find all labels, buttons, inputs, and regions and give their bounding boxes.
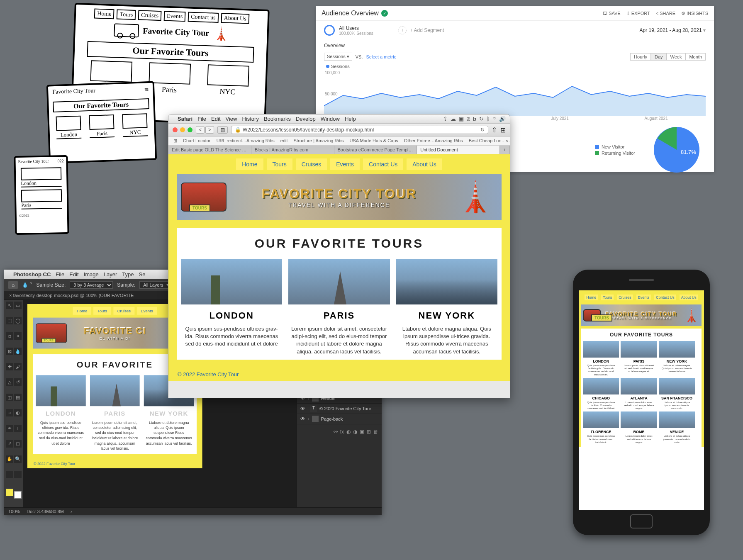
- window-controls[interactable]: [173, 127, 192, 132]
- phone-screen[interactable]: HomeToursCruisesEventsContact UsAbout Us…: [579, 290, 704, 510]
- type-tool-icon[interactable]: T: [14, 425, 22, 432]
- move-tool-icon[interactable]: ↖: [6, 302, 13, 309]
- nav-about[interactable]: About Us: [407, 158, 442, 170]
- visibility-icon[interactable]: 👁: [300, 406, 305, 411]
- back-button[interactable]: <: [196, 126, 205, 134]
- browser-tab[interactable]: Bootstrap eCommerce Page Template: [334, 146, 417, 154]
- nav-contact[interactable]: Contact Us: [363, 158, 403, 170]
- period-day[interactable]: Day: [651, 53, 667, 61]
- layer-row[interactable]: 👁›Page-back: [297, 414, 382, 424]
- date-range-picker[interactable]: Apr 19, 2021 - Aug 28, 2021: [640, 27, 706, 33]
- nav-events[interactable]: Events: [330, 158, 360, 170]
- sidebar-button[interactable]: ▥: [217, 126, 228, 134]
- sync-icon[interactable]: ↻: [479, 116, 484, 122]
- cloud-icon[interactable]: ☁: [451, 116, 456, 122]
- hand-tool-icon[interactable]: ✋: [6, 455, 13, 463]
- link-layers-icon[interactable]: ⚯: [334, 429, 338, 435]
- ps-menu-select[interactable]: Se: [139, 271, 145, 278]
- history-brush-icon[interactable]: ↺: [14, 378, 22, 386]
- all-users-segment[interactable]: All Users100.00% Sessions: [324, 25, 373, 36]
- menu-history[interactable]: History: [242, 116, 258, 122]
- new-tab-button[interactable]: +: [500, 146, 510, 154]
- lasso-tool-icon[interactable]: ◯: [14, 317, 22, 324]
- ps-menu-layer[interactable]: Layer: [104, 271, 117, 278]
- crop-tool-icon[interactable]: ⧉: [6, 332, 13, 340]
- eraser-tool-icon[interactable]: ◫: [6, 394, 13, 401]
- volume-icon[interactable]: 🔊: [499, 116, 506, 122]
- pen-tool-icon[interactable]: ✒: [6, 425, 13, 432]
- insights-button[interactable]: ⚙ INSIGHTS: [681, 11, 708, 16]
- menu-window[interactable]: Window: [321, 116, 340, 122]
- bookmark-item[interactable]: Structure | Amazing Ribs: [291, 138, 346, 144]
- stamp-tool-icon[interactable]: △: [6, 378, 13, 386]
- bookmark-item[interactable]: Best Cheap Lun…s - Thrillist: [466, 138, 510, 144]
- sample-size-select[interactable]: 3 by 3 Average: [70, 281, 113, 289]
- menu-edit[interactable]: Edit: [211, 116, 220, 122]
- shape-tool-icon[interactable]: ▢: [14, 440, 22, 448]
- bookmark-item[interactable]: Chart Locator: [180, 138, 213, 144]
- camera-icon[interactable]: ▣: [459, 116, 464, 122]
- new-layer-icon[interactable]: ⊞: [367, 429, 371, 435]
- bookmark-item[interactable]: USA Made Hats & Caps: [347, 138, 400, 144]
- ps-menu-file[interactable]: File: [56, 271, 64, 278]
- ps-menu-type[interactable]: Type: [122, 271, 134, 278]
- browser-tab[interactable]: Blocks | AmazingRibs.com: [251, 146, 334, 154]
- mask-icon[interactable]: ◐: [346, 429, 351, 435]
- ps-menu-edit[interactable]: Edit: [69, 271, 78, 278]
- display-icon[interactable]: ⎚: [467, 116, 470, 122]
- group-icon[interactable]: ▣: [360, 429, 364, 435]
- eyedropper-icon[interactable]: 💧 ˅: [22, 282, 32, 288]
- period-month[interactable]: Month: [685, 53, 706, 61]
- add-segment-button[interactable]: ++ Add Segment: [398, 25, 444, 36]
- gradient-tool-icon[interactable]: ▤: [14, 394, 22, 401]
- period-week[interactable]: Week: [667, 53, 686, 61]
- path-tool-icon[interactable]: ↗: [6, 440, 13, 448]
- visibility-icon[interactable]: 👁: [300, 416, 305, 422]
- nav-cruises[interactable]: Cruises: [296, 158, 327, 170]
- period-hourly[interactable]: Hourly: [630, 53, 651, 61]
- menu-bookmarks[interactable]: Bookmarks: [264, 116, 291, 122]
- marquee-tool-icon[interactable]: ⬚: [6, 317, 13, 324]
- share-button[interactable]: < SHARE: [656, 11, 675, 16]
- bookmark-item[interactable]: edit: [278, 138, 290, 144]
- color-swatches[interactable]: [6, 489, 22, 499]
- nav-home[interactable]: Home: [236, 158, 263, 170]
- menu-help[interactable]: Help: [345, 116, 356, 122]
- browser-tab[interactable]: Edit Basic page OLD The Science of Kn…: [168, 146, 251, 154]
- select-metric-link[interactable]: Select a metric: [366, 54, 396, 59]
- save-button[interactable]: 🖫 SAVE: [603, 11, 621, 16]
- reload-icon[interactable]: ↻: [480, 127, 485, 133]
- browser-tab-active[interactable]: Untitled Document: [417, 146, 500, 154]
- sample-select[interactable]: All Layers: [139, 281, 172, 289]
- grid-icon[interactable]: ⊞: [171, 138, 180, 144]
- bluetooth-icon[interactable]: ᛒ: [487, 116, 490, 122]
- menu-develop[interactable]: Develop: [296, 116, 316, 122]
- ps-menu-image[interactable]: Image: [84, 271, 99, 278]
- adjustment-icon[interactable]: ◑: [353, 429, 357, 435]
- zoom-level[interactable]: 100%: [8, 509, 20, 514]
- edittoolbar-icon[interactable]: ⋯: [6, 471, 13, 478]
- layer-row[interactable]: 👁 T© 2020 Favorite City Tour: [297, 404, 382, 414]
- zoom-tool-icon[interactable]: 🔍: [14, 455, 22, 463]
- wifi-icon[interactable]: ⌔: [493, 116, 496, 122]
- eyedropper-tool-icon[interactable]: 💧: [14, 348, 22, 355]
- dodge-tool-icon[interactable]: ◐: [14, 409, 22, 416]
- nav-tours[interactable]: Tours: [267, 158, 292, 170]
- wand-tool-icon[interactable]: ✦: [14, 332, 22, 340]
- address-bar[interactable]: 🔒W2022/Lessons/lesson05/favoritecity-des…: [231, 126, 488, 134]
- menu-view[interactable]: View: [226, 116, 237, 122]
- home-icon[interactable]: ⌂: [8, 281, 18, 289]
- share-icon[interactable]: ⇧: [492, 126, 497, 134]
- tabs-icon[interactable]: ⊞: [500, 126, 506, 134]
- brush-tool-icon[interactable]: 🖌: [14, 363, 22, 370]
- bookmark-item[interactable]: Other Entree…Amazing Ribs: [402, 138, 465, 144]
- artboard-tool-icon[interactable]: ▭: [14, 302, 22, 309]
- metric-selector[interactable]: Sessions ▾: [324, 53, 352, 61]
- frame-tool-icon[interactable]: ⊠: [6, 348, 13, 355]
- export-button[interactable]: ⇩ EXPORT: [626, 11, 650, 16]
- bookmark-item[interactable]: URL redirect…Amazing Ribs: [214, 138, 277, 144]
- ps-app-name[interactable]: Photoshop CC: [13, 271, 51, 278]
- forward-button[interactable]: >: [205, 126, 214, 134]
- delete-icon[interactable]: 🗑: [373, 429, 378, 435]
- dropbox-icon[interactable]: ⇪: [443, 116, 448, 122]
